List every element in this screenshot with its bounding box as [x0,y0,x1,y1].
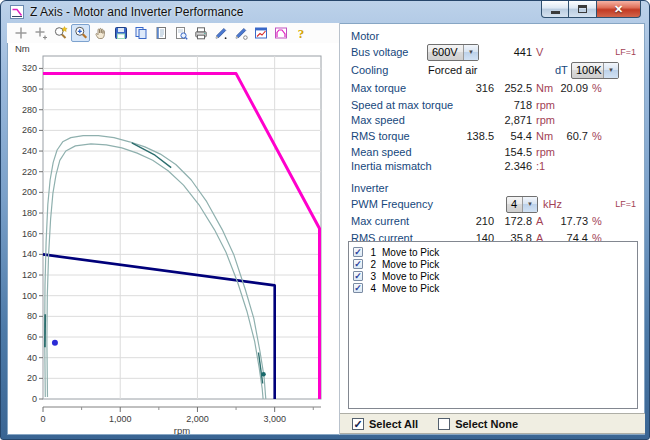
annotate-pen-icon[interactable] [231,24,250,42]
zoom-mode-icon[interactable] [51,24,70,42]
move-checkbox[interactable]: ✓ [353,283,363,293]
dt-label: dT [555,63,568,78]
bus-voltage-unit: V [532,45,558,60]
table-row: Speed at max torque718rpm [340,98,645,113]
performance-chart[interactable]: 0204060801001201401601802002202402602803… [7,43,339,435]
move-number: 4 [368,283,376,294]
move-checkbox[interactable]: ✓ [353,271,363,281]
svg-text:rpm: rpm [174,425,190,435]
motor-section-header: Motor [351,30,379,42]
svg-text:160: 160 [22,229,37,239]
app-window: Z Axis - Motor and Inverter Performance … [0,0,650,440]
inverter-section-header: Inverter [351,182,388,194]
pen-icon[interactable] [211,24,230,42]
window-title: Z Axis - Motor and Inverter Performance [30,5,243,19]
table-row: Inertia mismatch2.346:1 [340,159,645,174]
inverter-lf-badge: LF=1 [615,197,636,212]
bus-voltage-value: 441 [494,45,532,60]
move-number: 3 [368,271,376,282]
table-row: Max speed2,871rpm [340,113,645,128]
svg-text:320: 320 [22,63,37,73]
chart-pane: ? 02040608010012014016018020022024026028… [7,23,340,435]
svg-text:200: 200 [22,187,37,197]
chart-profile-icon[interactable] [271,24,290,42]
chevron-down-icon: ▼ [603,63,618,78]
toolbar: ? [7,23,339,43]
move-list-item[interactable]: ✓3Move to Pick [353,271,637,281]
cooling-row: Cooling Forced air dT 100K ▼ [340,63,645,78]
select-none-label: Select None [455,418,518,430]
move-list[interactable]: ✓1Move to Pick✓2Move to Pick✓3Move to Pi… [348,241,638,409]
client-area: ? 02040608010012014016018020022024026028… [7,23,645,435]
title-bar[interactable]: Z Axis - Motor and Inverter Performance … [1,1,649,23]
close-button[interactable]: ✕ [597,1,641,18]
svg-text:Nm: Nm [15,43,30,54]
maximize-button[interactable] [569,1,597,18]
table-row: Max current210172.8A17.73% [340,214,645,229]
svg-text:40: 40 [27,353,37,363]
move-list-item[interactable]: ✓4Move to Pick [353,283,637,293]
pwm-frequency-label: PWM Frequency [351,197,451,212]
svg-text:220: 220 [22,167,37,177]
cooling-value: Forced air [428,63,478,78]
zoom-in-icon[interactable] [71,24,90,42]
select-all-checkbox[interactable]: ✓ [352,418,364,430]
svg-text:3,000: 3,000 [263,414,286,424]
svg-text:0: 0 [32,394,37,404]
move-list-item[interactable]: ✓2Move to Pick [353,259,637,269]
move-checkbox[interactable]: ✓ [353,247,363,257]
svg-text:240: 240 [22,146,37,156]
svg-text:120: 120 [22,270,37,280]
svg-text:140: 140 [22,249,37,259]
results-panel: Motor Bus voltage 600V ▼ 441 V LF=1 Cool… [340,23,645,435]
svg-text:180: 180 [22,208,37,218]
print-icon[interactable] [191,24,210,42]
table-row: Max torque316252.5Nm20.09% [340,81,645,96]
motor-lf-badge: LF=1 [615,45,636,60]
selection-footer: ✓ Select All Select None [340,413,645,434]
plot-area [43,56,321,399]
move-label: Move to Pick [382,283,439,294]
bus-voltage-row: Bus voltage 600V ▼ 441 V LF=1 [340,45,645,60]
move-number: 2 [368,259,376,270]
help-icon[interactable]: ? [291,24,310,42]
pwm-frequency-select[interactable]: 4 ▼ [506,196,538,213]
svg-text:260: 260 [22,125,37,135]
svg-text:100: 100 [22,291,37,301]
pwm-frequency-row: PWM Frequency 4 ▼ kHz LF=1 [340,197,645,212]
max-speed-point [261,372,265,376]
chevron-down-icon: ▼ [522,197,537,212]
chart-lines-icon[interactable] [251,24,270,42]
copy-icon[interactable] [131,24,150,42]
close-icon: ✕ [614,2,623,17]
move-label: Move to Pick [382,271,439,282]
pan-hand-icon[interactable] [91,24,110,42]
select-none-checkbox[interactable] [438,418,450,430]
pwm-frequency-unit: kHz [539,197,565,212]
svg-text:80: 80 [27,311,37,321]
table-row: Mean speed154.5rpm [340,145,645,160]
svg-text:0: 0 [40,414,45,424]
cursor-crosshair-add-icon[interactable] [31,24,50,42]
bus-voltage-select[interactable]: 600V ▼ [427,44,479,61]
window-controls: ✕ [541,1,641,18]
move-list-item[interactable]: ✓1Move to Pick [353,247,637,257]
move-number: 1 [368,247,376,258]
report-icon[interactable] [151,24,170,42]
svg-text:20: 20 [27,373,37,383]
preview-icon[interactable] [171,24,190,42]
move-checkbox[interactable]: ✓ [353,259,363,269]
svg-text:300: 300 [22,84,37,94]
minimize-button[interactable] [541,1,569,18]
dt-select[interactable]: 100K ▼ [571,62,619,79]
move-label: Move to Pick [382,247,439,258]
select-all-label: Select All [369,418,418,430]
save-icon[interactable] [111,24,130,42]
table-row: RMS torque138.554.4Nm60.7% [340,129,645,144]
svg-text:2,000: 2,000 [186,414,209,424]
move-label: Move to Pick [382,259,439,270]
svg-text:60: 60 [27,332,37,342]
rms-operating-point [52,340,58,346]
cursor-crosshair-icon[interactable] [11,24,30,42]
maximize-icon [578,5,587,13]
